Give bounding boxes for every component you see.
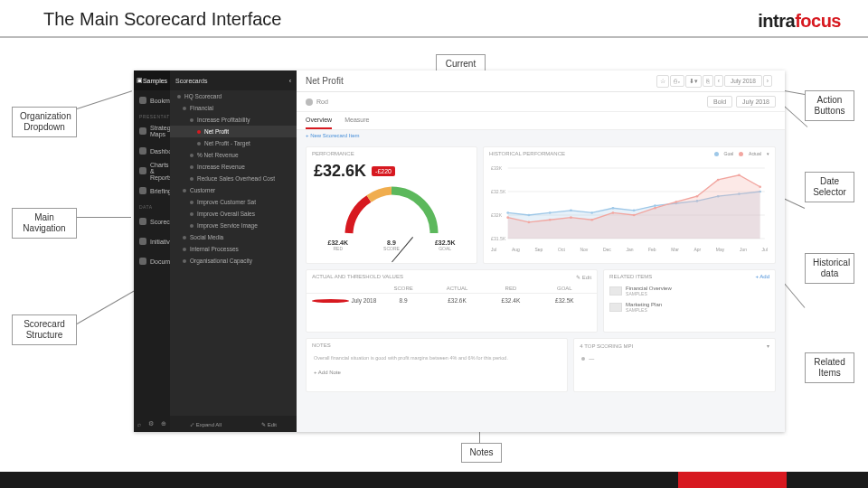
date-selector[interactable]: July 2018 [724,75,762,87]
svg-point-16 [654,204,656,207]
svg-point-25 [549,219,552,221]
svg-point-12 [570,210,572,212]
historical-chart: HISTORICAL PERFORMANCE GoalActual ▾ £33K… [483,146,776,264]
owner-row: Rod Bold July 2018 [297,92,785,112]
edit-tree-button[interactable]: ✎ Edit [261,421,277,427]
help-icon[interactable]: ⊕ [161,420,166,427]
tree-item[interactable]: Net Profit - Target [170,137,297,149]
rail-utility: ⌕ ⚙ ⊕ [134,416,170,432]
callout-date: Date Selector [805,172,854,202]
chart-legend: GoalActual ▾ [714,151,769,156]
gauge-stats: £32.4KRED 8.9SCORE £32.5KGOAL [307,238,476,253]
top-scoring-panel: 4 TOP SCORING MPI▾ — [573,338,776,392]
note-text: Overall financial situation is good with… [307,352,567,366]
slide-title: The Main Scorecard Interface [43,9,281,30]
period-current[interactable]: July 2018 [736,96,776,108]
app-window: ▣ Samples HomeBookmarksPRESENTATIONStrat… [134,70,785,432]
nav-item[interactable]: Dashboards [134,141,170,161]
nav-item[interactable]: Briefings [134,181,170,201]
tree-item[interactable]: Increase Profitability [170,114,297,126]
related-items-panel: RELATED ITEMS+ Add Financial OverviewSAM… [603,269,776,333]
star-button[interactable]: ☆ [656,75,669,88]
print-button[interactable]: ⎙▾ [670,75,684,87]
nav-item[interactable]: Documents [134,251,170,271]
callout-nav: Main Navigation [12,208,77,239]
page-title: Net Profit [306,76,344,86]
svg-point-13 [590,211,593,214]
tree-item[interactable]: Improve Customer Sat [170,196,297,208]
svg-point-30 [654,207,656,210]
action-buttons: ☆ ⎙▾ ⬇▾ ⎘ ‹ July 2018 › [653,70,776,92]
svg-point-27 [590,219,593,221]
callout-related: Related Items [805,352,854,383]
actual-values-panel: ACTUAL AND THRESHOLD VALUES✎ Edit SCOREA… [306,269,598,333]
scorecard-tree: Scorecards‹ HQ ScorecardFinancialIncreas… [170,70,297,432]
tree-item[interactable]: Net Profit [170,126,297,137]
new-scorecard-item[interactable]: + New Scorecard Item [297,130,785,141]
callout-notes: Notes [461,443,502,463]
tree-item[interactable]: Financial [170,102,297,114]
notes-panel: NOTES Overall financial situation is goo… [306,338,568,392]
nav-item[interactable]: Strategy Maps [134,121,170,141]
tree-item[interactable]: Organisational Capacity [170,255,297,267]
bold-button[interactable]: Bold [707,96,732,108]
footer-accent [678,472,787,488]
tree-item[interactable]: Reduce Sales Overhead Cost [170,173,297,184]
add-related-button[interactable]: + Add [755,274,769,279]
download-button[interactable]: ⬇▾ [685,75,702,88]
chart-xaxis: JulAugSepOctNovDecJanFebMarAprMayJunJul [484,247,775,252]
callout-tree: Scorecard Structure [12,314,77,345]
gauge-icon [342,186,441,236]
tree-item[interactable]: Internal Processes [170,243,297,255]
organization-dropdown[interactable]: ▣ Samples [134,70,170,90]
svg-text:£33K: £33K [491,165,503,171]
svg-point-9 [506,211,509,214]
avatar [306,99,313,106]
main-content: Net Profit ☆ ⎙▾ ⬇▾ ⎘ ‹ July 2018 › Rod B… [297,70,785,432]
svg-point-35 [759,185,761,188]
add-note-button[interactable]: + Add Note [307,366,567,379]
related-item[interactable]: Financial OverviewSAMPLES [604,283,775,299]
main-navigation: ▣ Samples HomeBookmarksPRESENTATIONStrat… [134,70,170,432]
chart-title: HISTORICAL PERFORMANCE [489,151,565,156]
title-rule [0,36,868,38]
tree-item[interactable]: Social Media [170,231,297,243]
gear-icon[interactable]: ⚙ [148,420,154,427]
tree-item[interactable]: HQ Scorecard [170,90,297,102]
tabs: Overview Measure [297,112,785,130]
share-button[interactable]: ⎘ [703,75,713,87]
nav-item[interactable]: Charts & Reports [134,161,170,181]
svg-point-11 [549,211,552,214]
callout-hist: Historical data [805,253,854,284]
tab-overview[interactable]: Overview [306,112,332,129]
nav-item[interactable]: Scorecards [134,211,170,231]
tree-item[interactable]: Increase Revenue [170,161,297,173]
svg-point-10 [528,214,531,217]
date-next[interactable]: › [763,75,772,87]
callout-action: Action Buttons [805,90,854,121]
svg-point-26 [570,216,572,219]
tree-item[interactable]: Improve Service Image [170,220,297,231]
tab-measure[interactable]: Measure [344,112,369,129]
callout-org: Organization Dropdown [12,107,77,137]
tree-header: Scorecards‹ [170,70,297,90]
date-prev[interactable]: ‹ [714,75,723,87]
expand-all-button[interactable]: ⤢ Expand All [190,421,222,427]
related-item[interactable]: Marketing PlanSAMPLES [604,299,775,315]
search-icon[interactable]: ⌕ [137,421,141,427]
svg-text:£31.5K: £31.5K [491,236,506,241]
tree-item[interactable]: % Net Revenue [170,149,297,161]
tree-item[interactable]: Improve Overall Sales [170,208,297,220]
svg-point-32 [696,195,699,198]
svg-point-28 [612,211,615,214]
edit-actuals-button[interactable]: ✎ Edit [576,274,591,280]
svg-point-33 [717,179,720,182]
svg-marker-22 [508,175,760,239]
performance-panel: PERFORMANCE £32.6K-£220 £32.4KRED 8.9SCO… [306,146,477,264]
tree-item[interactable]: Customer [170,184,297,196]
current-value: £32.6K-£220 [307,160,476,183]
header-bar: Net Profit ☆ ⎙▾ ⬇▾ ⎘ ‹ July 2018 › [297,70,785,92]
nav-item[interactable]: Bookmarks [134,90,170,110]
nav-item[interactable]: Initiatives [134,231,170,251]
svg-point-31 [675,201,677,203]
